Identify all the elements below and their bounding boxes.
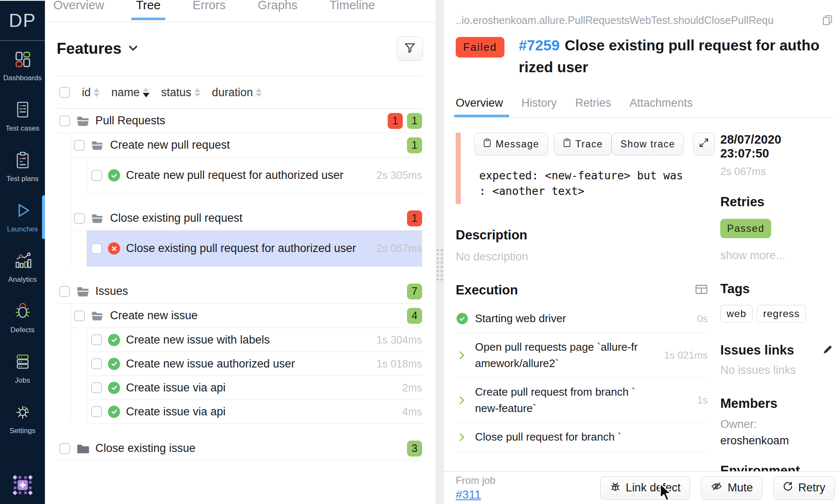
step-chevron-icon[interactable]: [456, 432, 468, 442]
column-duration[interactable]: duration: [212, 86, 262, 99]
row-checkbox[interactable]: [59, 116, 70, 126]
detail-footer: From job #311 Link defect Mute Retry: [444, 471, 840, 504]
sidebar-item-analytics[interactable]: Analytics: [0, 242, 45, 293]
top-tabs: Overview Tree Errors Graphs Timeline: [45, 0, 436, 22]
tab-detail-history[interactable]: History: [522, 97, 557, 117]
passed-count-badge[interactable]: 1: [407, 113, 422, 129]
panel-splitter[interactable]: [436, 0, 444, 504]
error-block: Message Trace Show trace: [456, 133, 708, 204]
select-all-checkbox[interactable]: [59, 87, 70, 98]
row-checkbox[interactable]: [91, 358, 102, 369]
trace-button[interactable]: Trace: [554, 133, 612, 155]
tree-row-group[interactable]: Create new issue 4: [71, 304, 422, 328]
tab-tree[interactable]: Tree: [134, 0, 163, 22]
owner-label: Owner:: [720, 418, 833, 431]
passed-count-badge[interactable]: 7: [407, 284, 422, 299]
row-checkbox[interactable]: [59, 443, 70, 454]
step-duration: 0s: [697, 313, 708, 325]
row-checkbox[interactable]: [91, 334, 102, 345]
table-columns-icon[interactable]: [695, 284, 708, 297]
step-chevron-icon[interactable]: [456, 350, 468, 360]
tree-group-pull-requests: Pull Requests 1 1 Create new pull reques…: [57, 109, 422, 267]
step-row[interactable]: Close pull request for branch `: [456, 423, 708, 452]
grouping-dropdown[interactable]: Features: [57, 40, 139, 58]
sidebar-item-launches[interactable]: Launches: [0, 192, 45, 242]
tag-chip[interactable]: web: [720, 305, 753, 323]
retry-button[interactable]: Retry: [773, 476, 835, 500]
row-checkbox[interactable]: [91, 170, 102, 181]
tree-row-group[interactable]: Close existing issue 3: [57, 436, 422, 461]
link-defect-button[interactable]: Link defect: [600, 476, 690, 500]
step-row[interactable]: Starting web driver 0s: [456, 304, 708, 333]
edit-pencil-icon[interactable]: [822, 344, 833, 357]
tree-row-group[interactable]: Close existing pull request 1: [71, 206, 422, 231]
tree-panel-header: Features: [57, 37, 423, 61]
tree-panel: Overview Tree Errors Graphs Timeline Fea…: [45, 0, 436, 504]
test-tree: Pull Requests 1 1 Create new pull reques…: [57, 109, 436, 504]
row-checkbox[interactable]: [74, 140, 85, 151]
show-more-link[interactable]: show more...: [720, 249, 833, 262]
sidebar-item-settings[interactable]: Settings: [0, 394, 45, 444]
passed-count-badge[interactable]: 1: [407, 137, 422, 153]
tree-row-test[interactable]: Create issue via api 2ms: [87, 376, 422, 400]
error-message[interactable]: expected: <new-feature> but was : <anoth…: [479, 168, 706, 199]
retry-status-badge[interactable]: Passed: [720, 219, 771, 238]
tree-row-group[interactable]: Pull Requests 1 1: [57, 109, 422, 133]
passed-count-badge[interactable]: 3: [407, 441, 422, 457]
sidebar-item-test-cases[interactable]: Test cases: [0, 91, 45, 142]
sidebar-item-test-plans[interactable]: Test plans: [0, 142, 45, 192]
step-duration: 1s: [697, 394, 708, 406]
job-link[interactable]: #311: [456, 488, 496, 501]
tab-graphs[interactable]: Graphs: [256, 0, 299, 22]
failed-count-badge[interactable]: 1: [407, 210, 422, 226]
column-name[interactable]: name: [111, 86, 150, 99]
tab-errors[interactable]: Errors: [191, 0, 227, 22]
passed-count-badge[interactable]: 4: [407, 308, 422, 324]
mute-button[interactable]: Mute: [701, 476, 762, 500]
sidebar-item-dashboards[interactable]: Dashboards: [0, 41, 45, 91]
test-name: Create issue via api: [126, 381, 396, 395]
tree-table-header: id name status duration: [57, 76, 422, 109]
tree-row-test-selected[interactable]: Close existing pull request for authoriz…: [87, 231, 422, 267]
show-trace-button[interactable]: Show trace: [612, 133, 684, 155]
expand-button[interactable]: [693, 133, 715, 155]
launches-icon: [13, 201, 32, 221]
tree-row-group[interactable]: Issues 7: [57, 279, 422, 304]
sidebar-item-defects[interactable]: Defects: [0, 293, 45, 343]
ai-sparkle-icon[interactable]: [0, 473, 45, 497]
failed-count-badge[interactable]: 1: [388, 113, 403, 129]
tab-timeline[interactable]: Timeline: [328, 0, 377, 22]
copy-icon[interactable]: [822, 14, 833, 29]
step-chevron-icon[interactable]: [456, 395, 468, 405]
row-checkbox[interactable]: [91, 382, 102, 393]
sidebar-item-jobs[interactable]: Jobs: [0, 343, 45, 394]
step-row[interactable]: Create pull request from branch `new-fea…: [456, 378, 708, 423]
mute-eye-icon: [711, 481, 722, 494]
tree-row-group[interactable]: Create new pull request 1: [71, 133, 422, 158]
row-checkbox[interactable]: [74, 310, 85, 321]
message-button[interactable]: Message: [474, 133, 548, 155]
sort-arrows: [256, 88, 262, 97]
tree-row-test[interactable]: Create new issue with labels 1s 304ms: [87, 328, 422, 352]
tree-row-test[interactable]: Create new pull request for authorized u…: [87, 158, 422, 194]
status-passed-icon: [108, 382, 120, 394]
tree-group-issues: Issues 7 Create new issue 4 Crea: [57, 279, 422, 424]
tab-detail-retries[interactable]: Retries: [575, 97, 612, 117]
filter-button[interactable]: [397, 37, 423, 61]
row-checkbox[interactable]: [59, 286, 70, 297]
tab-detail-attachments[interactable]: Attachments: [630, 97, 693, 117]
app-logo[interactable]: DP: [0, 1, 45, 41]
row-checkbox[interactable]: [74, 213, 85, 224]
column-id[interactable]: id: [82, 86, 100, 99]
chevron-down-icon: [127, 40, 139, 58]
tree-row-test[interactable]: Create new issue authorized user 1s 018m…: [87, 352, 422, 376]
test-id-link[interactable]: #7259: [519, 37, 559, 53]
row-checkbox[interactable]: [91, 243, 102, 254]
tab-detail-overview[interactable]: Overview: [456, 97, 503, 117]
tab-overview[interactable]: Overview: [52, 0, 106, 22]
row-checkbox[interactable]: [91, 406, 102, 417]
tree-row-test[interactable]: Create issue via api 4ms: [87, 400, 422, 424]
column-status[interactable]: status: [161, 86, 200, 99]
step-row[interactable]: Open pull requests page `allure-framewor…: [456, 333, 708, 378]
tag-chip[interactable]: regress: [757, 305, 806, 323]
